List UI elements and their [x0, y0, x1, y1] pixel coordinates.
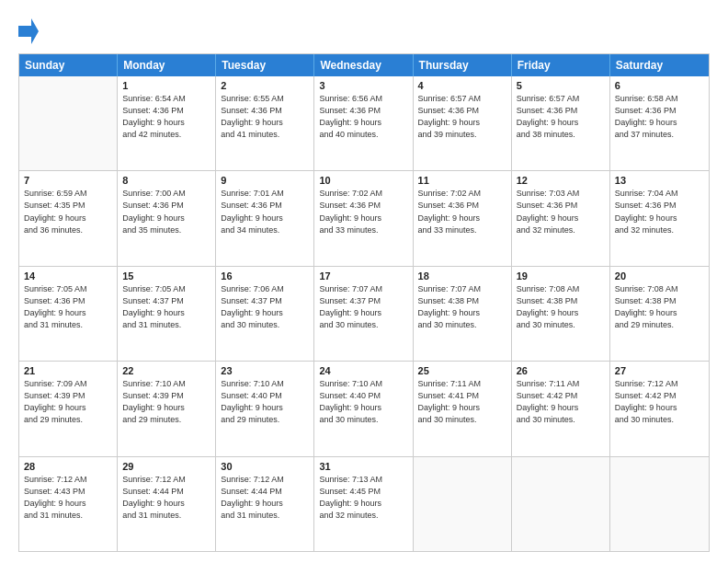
- cal-header-cell: Saturday: [610, 54, 709, 76]
- cal-cell: 25Sunrise: 7:11 AMSunset: 4:41 PMDayligh…: [414, 362, 512, 455]
- cell-line: Daylight: 9 hours: [319, 307, 407, 319]
- cell-line: Sunrise: 7:05 AM: [122, 283, 210, 295]
- cell-line: Sunrise: 6:54 AM: [122, 93, 210, 105]
- cell-line: and 41 minutes.: [221, 129, 309, 141]
- day-number: 31: [319, 461, 407, 472]
- cell-line: and 37 minutes.: [615, 129, 704, 141]
- day-number: 6: [615, 80, 704, 91]
- cal-header-cell: Monday: [118, 54, 216, 76]
- cell-line: Sunset: 4:37 PM: [221, 295, 309, 307]
- cal-cell: 29Sunrise: 7:12 AMSunset: 4:44 PMDayligh…: [118, 457, 216, 551]
- calendar: SundayMondayTuesdayWednesdayThursdayFrid…: [18, 53, 710, 552]
- day-number: 15: [122, 270, 210, 282]
- cal-cell: 4Sunrise: 6:57 AMSunset: 4:36 PMDaylight…: [414, 76, 512, 170]
- cal-cell: 23Sunrise: 7:10 AMSunset: 4:40 PMDayligh…: [216, 362, 314, 455]
- cal-cell: 9Sunrise: 7:01 AMSunset: 4:36 PMDaylight…: [216, 171, 314, 265]
- cell-line: Sunrise: 7:07 AM: [418, 283, 506, 295]
- day-number: 27: [615, 365, 704, 376]
- cell-line: Daylight: 9 hours: [517, 213, 605, 224]
- cell-line: Sunset: 4:38 PM: [517, 295, 605, 307]
- cell-line: Sunset: 4:36 PM: [221, 200, 309, 212]
- cal-header-cell: Friday: [512, 54, 610, 76]
- cell-line: Sunset: 4:36 PM: [418, 105, 506, 117]
- cell-line: Daylight: 9 hours: [24, 213, 112, 224]
- cell-line: Sunrise: 7:02 AM: [418, 188, 506, 200]
- cal-cell: 20Sunrise: 7:08 AMSunset: 4:38 PMDayligh…: [610, 267, 709, 361]
- cell-line: and 35 minutes.: [122, 224, 210, 236]
- cal-cell: 18Sunrise: 7:07 AMSunset: 4:38 PMDayligh…: [414, 267, 512, 361]
- day-number: 22: [122, 365, 210, 376]
- cal-row: 1Sunrise: 6:54 AMSunset: 4:36 PMDaylight…: [19, 76, 709, 171]
- header: [18, 17, 710, 44]
- cell-line: Sunset: 4:36 PM: [517, 105, 605, 117]
- cal-row: 14Sunrise: 7:05 AMSunset: 4:36 PMDayligh…: [19, 267, 709, 362]
- day-number: 3: [319, 80, 407, 91]
- svg-marker-0: [18, 18, 39, 44]
- cell-line: and 29 minutes.: [122, 414, 210, 426]
- cal-cell: 27Sunrise: 7:12 AMSunset: 4:42 PMDayligh…: [610, 362, 709, 455]
- day-number: 20: [615, 270, 704, 282]
- cal-cell: 21Sunrise: 7:09 AMSunset: 4:39 PMDayligh…: [19, 362, 118, 455]
- cell-line: Sunset: 4:45 PM: [319, 486, 407, 498]
- cal-row: 7Sunrise: 6:59 AMSunset: 4:35 PMDaylight…: [19, 171, 709, 266]
- cell-line: Daylight: 9 hours: [615, 307, 704, 319]
- cell-line: Daylight: 9 hours: [319, 117, 407, 129]
- cell-line: and 30 minutes.: [418, 414, 506, 426]
- cell-line: and 29 minutes.: [24, 414, 112, 426]
- day-number: 12: [517, 175, 605, 186]
- cal-cell: 1Sunrise: 6:54 AMSunset: 4:36 PMDaylight…: [118, 76, 216, 170]
- cal-cell: 3Sunrise: 6:56 AMSunset: 4:36 PMDaylight…: [314, 76, 413, 170]
- day-number: 2: [221, 80, 309, 91]
- cell-line: and 31 minutes.: [221, 510, 309, 522]
- cal-cell: [414, 457, 512, 551]
- cell-line: Daylight: 9 hours: [615, 402, 704, 414]
- cal-cell: 19Sunrise: 7:08 AMSunset: 4:38 PMDayligh…: [512, 267, 610, 361]
- cell-line: Daylight: 9 hours: [418, 402, 506, 414]
- cell-line: Daylight: 9 hours: [517, 402, 605, 414]
- cell-line: Daylight: 9 hours: [221, 402, 309, 414]
- calendar-body: 1Sunrise: 6:54 AMSunset: 4:36 PMDaylight…: [19, 76, 709, 551]
- cell-line: Sunrise: 7:08 AM: [517, 283, 605, 295]
- cell-line: Sunrise: 7:07 AM: [319, 283, 407, 295]
- cal-cell: 7Sunrise: 6:59 AMSunset: 4:35 PMDaylight…: [19, 171, 118, 265]
- cell-line: Sunset: 4:36 PM: [517, 200, 605, 212]
- day-number: 18: [418, 270, 506, 282]
- cell-line: Sunrise: 7:09 AM: [24, 378, 112, 390]
- cell-line: and 30 minutes.: [517, 319, 605, 331]
- cell-line: Sunset: 4:36 PM: [615, 105, 704, 117]
- cell-line: and 30 minutes.: [517, 414, 605, 426]
- cal-header-cell: Thursday: [414, 54, 512, 76]
- cell-line: and 30 minutes.: [319, 414, 407, 426]
- cell-line: and 30 minutes.: [221, 319, 309, 331]
- cell-line: Daylight: 9 hours: [122, 307, 210, 319]
- cell-line: Sunrise: 7:10 AM: [221, 378, 309, 390]
- day-number: 11: [418, 175, 506, 186]
- cell-line: Daylight: 9 hours: [418, 117, 506, 129]
- cell-line: and 31 minutes.: [24, 319, 112, 331]
- cell-line: Daylight: 9 hours: [319, 498, 407, 510]
- cell-line: Daylight: 9 hours: [615, 117, 704, 129]
- day-number: 8: [122, 175, 210, 186]
- cell-line: Sunset: 4:36 PM: [319, 105, 407, 117]
- cell-line: Sunrise: 7:02 AM: [319, 188, 407, 200]
- day-number: 13: [615, 175, 704, 186]
- cell-line: Sunrise: 6:59 AM: [24, 188, 112, 200]
- cell-line: and 30 minutes.: [615, 414, 704, 426]
- cell-line: Daylight: 9 hours: [418, 307, 506, 319]
- cell-line: Sunrise: 6:56 AM: [319, 93, 407, 105]
- cell-line: and 31 minutes.: [122, 319, 210, 331]
- cell-line: and 33 minutes.: [418, 224, 506, 236]
- cell-line: Daylight: 9 hours: [221, 307, 309, 319]
- cal-cell: 22Sunrise: 7:10 AMSunset: 4:39 PMDayligh…: [118, 362, 216, 455]
- cell-line: and 34 minutes.: [221, 224, 309, 236]
- day-number: 25: [418, 365, 506, 376]
- cal-cell: [610, 457, 709, 551]
- cell-line: Daylight: 9 hours: [122, 498, 210, 510]
- cell-line: Daylight: 9 hours: [221, 498, 309, 510]
- cell-line: Daylight: 9 hours: [24, 498, 112, 510]
- cal-header-cell: Wednesday: [314, 54, 413, 76]
- cal-cell: 13Sunrise: 7:04 AMSunset: 4:36 PMDayligh…: [610, 171, 709, 265]
- cell-line: Daylight: 9 hours: [517, 117, 605, 129]
- cal-cell: [19, 76, 118, 170]
- cell-line: Daylight: 9 hours: [122, 402, 210, 414]
